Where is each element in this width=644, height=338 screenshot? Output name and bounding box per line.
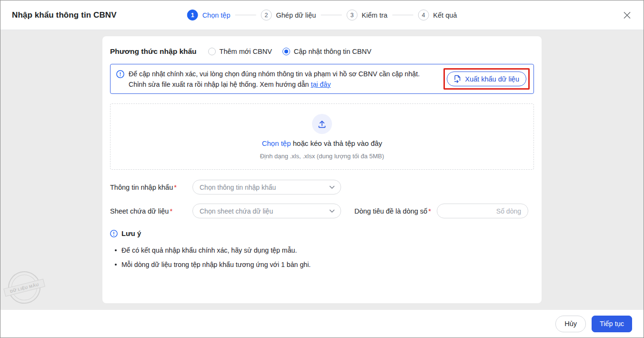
notes-section: Lưu ý Để có kết quả nhập khẩu chính xác,… bbox=[110, 230, 534, 272]
modal-header: Nhập khẩu thông tin CBNV 1 Chọn tệp 2 Gh… bbox=[0, 0, 644, 30]
export-data-button[interactable]: Xuất khẩu dữ liệu bbox=[447, 72, 526, 86]
stepper: 1 Chọn tệp 2 Ghép dữ liệu 3 Kiểm tra 4 K… bbox=[187, 10, 457, 20]
step-chon-tep[interactable]: 1 Chọn tệp bbox=[187, 10, 231, 20]
bullet bbox=[115, 264, 117, 266]
radio-circle bbox=[208, 48, 216, 55]
chevron-down-icon bbox=[329, 185, 335, 189]
close-icon[interactable] bbox=[621, 9, 633, 21]
guide-link[interactable]: tại đây bbox=[311, 81, 331, 88]
content-card: Phương thức nhập khẩu Thêm mới CBNV Cập … bbox=[102, 36, 542, 303]
sheet-label: Sheet chứa dữ liệu* bbox=[110, 207, 192, 215]
step-connector bbox=[235, 15, 256, 15]
page-title: Nhập khẩu thông tin CBNV bbox=[12, 10, 117, 20]
required-asterisk: * bbox=[170, 207, 172, 215]
step-1-circle: 1 bbox=[187, 10, 198, 20]
sheet-placeholder: Chọn sheet chứa dữ liệu bbox=[200, 207, 273, 215]
radio-cap-nhat-cbnv[interactable]: Cập nhật thông tin CBNV bbox=[282, 48, 372, 55]
radio-label: Thêm mới CBNV bbox=[220, 48, 272, 55]
alert-message: Để cập nhật chính xác, vui lòng chọn đún… bbox=[116, 69, 420, 90]
step-connector bbox=[321, 15, 342, 15]
bullet bbox=[115, 249, 117, 251]
sheet-row: Sheet chứa dữ liệu* Chọn sheet chứa dữ l… bbox=[110, 204, 534, 218]
dropzone-rest-text: hoặc kéo và thả tệp vào đây bbox=[293, 139, 382, 147]
notes-list: Để có kết quả nhập khẩu chính xác, hãy s… bbox=[110, 243, 534, 272]
info-icon bbox=[116, 70, 124, 78]
export-button-label: Xuất khẩu dữ liệu bbox=[465, 75, 519, 83]
required-asterisk: * bbox=[428, 207, 431, 215]
radio-them-moi-cbnv[interactable]: Thêm mới CBNV bbox=[208, 48, 272, 55]
dropzone-hint: Định dạng .xls, .xlsx (dung lượng tối đa… bbox=[260, 153, 384, 160]
sheet-select[interactable]: Chọn sheet chứa dữ liệu bbox=[192, 204, 341, 218]
import-info-row: Thông tin nhập khẩu* Chọn thông tin nhập… bbox=[110, 180, 534, 195]
update-info-alert: Để cập nhật chính xác, vui lòng chọn đún… bbox=[110, 64, 534, 94]
file-export-icon bbox=[454, 75, 461, 83]
cancel-button[interactable]: Hủy bbox=[555, 316, 586, 332]
import-modal: Nhập khẩu thông tin CBNV 1 Chọn tệp 2 Gh… bbox=[0, 0, 644, 338]
notes-title: Lưu ý bbox=[121, 230, 141, 237]
required-asterisk: * bbox=[174, 184, 177, 191]
continue-button[interactable]: Tiếp tục bbox=[592, 316, 632, 332]
alert-text: Để cập nhật chính xác, vui lòng chọn đún… bbox=[129, 69, 420, 90]
upload-icon bbox=[312, 114, 332, 134]
note-info-icon bbox=[110, 230, 118, 237]
step-3-circle: 3 bbox=[346, 10, 357, 20]
file-dropzone[interactable]: Chọn tệp hoặc kéo và thả tệp vào đây Địn… bbox=[110, 103, 534, 170]
step-ghep-du-lieu[interactable]: 2 Ghép dữ liệu bbox=[261, 10, 316, 20]
import-info-placeholder: Chọn thông tin nhập khẩu bbox=[200, 184, 276, 191]
step-4-label: Kết quả bbox=[433, 11, 457, 19]
import-info-select[interactable]: Chọn thông tin nhập khẩu bbox=[192, 180, 341, 195]
chevron-down-icon bbox=[329, 209, 335, 213]
notes-title-row: Lưu ý bbox=[110, 230, 534, 237]
method-label: Phương thức nhập khẩu bbox=[110, 47, 197, 56]
modal-footer: Hủy Tiếp tục bbox=[0, 310, 644, 338]
step-3-label: Kiểm tra bbox=[362, 11, 387, 19]
step-kiem-tra[interactable]: 3 Kiểm tra bbox=[346, 10, 387, 20]
step-ket-qua[interactable]: 4 Kết quả bbox=[418, 10, 457, 20]
alert-line1: Để cập nhật chính xác, vui lòng chọn đún… bbox=[129, 70, 420, 78]
dropzone-text: Chọn tệp hoặc kéo và thả tệp vào đây bbox=[262, 139, 382, 147]
step-connector bbox=[392, 15, 413, 15]
import-method-row: Phương thức nhập khẩu Thêm mới CBNV Cập … bbox=[110, 44, 534, 58]
note-item: Để có kết quả nhập khẩu chính xác, hãy s… bbox=[110, 243, 534, 257]
radio-circle bbox=[282, 48, 290, 55]
step-4-circle: 4 bbox=[418, 10, 429, 20]
step-2-circle: 2 bbox=[261, 10, 272, 20]
choose-file-link[interactable]: Chọn tệp bbox=[262, 139, 291, 147]
modal-body: Phương thức nhập khẩu Thêm mới CBNV Cập … bbox=[0, 30, 644, 310]
note-item: Mỗi dòng dữ liệu trong tệp nhập khẩu tươ… bbox=[110, 257, 534, 272]
highlight-annotation: Xuất khẩu dữ liệu bbox=[443, 68, 530, 90]
alert-line2: Chỉnh sửa file xuất ra rồi nhập lại hệ t… bbox=[129, 81, 309, 88]
header-row-label: Dòng tiêu đề là dòng số* bbox=[354, 207, 437, 215]
header-row-input[interactable] bbox=[437, 204, 528, 218]
radio-label: Cập nhật thông tin CBNV bbox=[294, 48, 372, 55]
step-2-label: Ghép dữ liệu bbox=[276, 11, 316, 19]
import-info-label: Thông tin nhập khẩu* bbox=[110, 184, 192, 191]
step-1-label: Chọn tệp bbox=[202, 11, 231, 19]
